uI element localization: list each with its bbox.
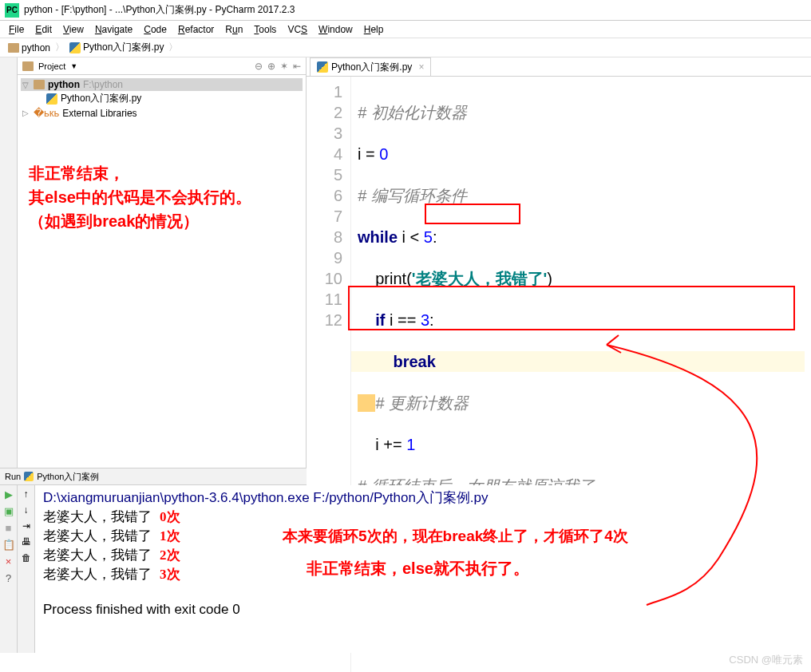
window-title: python - [F:\python] - ...\Python入门案例.py…: [24, 3, 295, 17]
chevron-right-icon: 〉: [55, 41, 65, 54]
menu-view[interactable]: View: [59, 22, 88, 37]
console-output[interactable]: D:\xiangmuruanjian\python-3.6.4\python.e…: [35, 485, 811, 653]
libraries-icon: �ькь: [34, 107, 59, 119]
console-command: D:\xiangmuruanjian\python-3.6.4\python.e…: [43, 488, 803, 508]
python-file-icon: [46, 93, 57, 105]
print-icon[interactable]: 🖶: [22, 536, 31, 547]
highlight-break: [425, 204, 520, 224]
project-tree: ▽ python F:\python Python入门案例.py ▷ �ькь …: [18, 75, 306, 123]
python-file-icon: [69, 42, 81, 53]
menu-help[interactable]: Help: [360, 22, 388, 37]
tab-file[interactable]: Python入门案例.py ×: [310, 57, 431, 76]
project-title: Project: [38, 61, 65, 71]
expand-icon[interactable]: ▽: [22, 81, 30, 89]
menu-navigate[interactable]: Navigate: [91, 22, 136, 37]
trash-icon[interactable]: 🗑: [22, 552, 31, 563]
down-icon[interactable]: ↓: [24, 504, 29, 516]
hide-icon[interactable]: ⇤: [293, 61, 301, 72]
run-tool-window: ▶ ▣ ■ 📋 × ? ↑ ↓ ⇥ 🖶 🗑 D:\xiangmuruanjian…: [0, 485, 811, 653]
stop-icon[interactable]: ■: [6, 522, 12, 534]
menu-refactor[interactable]: Refactor: [174, 22, 218, 37]
tree-file[interactable]: Python入门案例.py: [21, 91, 303, 106]
python-file-icon: [24, 472, 34, 481]
editor-tabs: Python入门案例.py ×: [307, 57, 811, 77]
menu-bar: File Edit View Navigate Code Refactor Ru…: [0, 21, 811, 38]
run-toolbar-2: ↑ ↓ ⇥ 🖶 🗑: [18, 485, 35, 653]
dump-icon[interactable]: 📋: [2, 539, 15, 551]
chevron-right-icon: 〉: [168, 41, 178, 54]
editor: Python入门案例.py × 123456789101112 # 初始化计数器…: [307, 57, 811, 468]
run-config-name: Python入门案例: [37, 471, 99, 483]
menu-code[interactable]: Code: [140, 22, 171, 37]
wrap-icon[interactable]: ⇥: [22, 520, 30, 532]
up-icon[interactable]: ↑: [24, 488, 29, 500]
breadcrumb: python 〉 Python入门案例.py 〉: [0, 38, 811, 57]
menu-window[interactable]: Window: [315, 22, 357, 37]
tree-external-libs[interactable]: ▷ �ькь External Libraries: [21, 106, 303, 120]
pycharm-icon: PC: [5, 3, 19, 18]
folder-icon: [8, 43, 19, 53]
tree-root[interactable]: ▽ python F:\python: [21, 78, 303, 91]
close-icon[interactable]: ×: [418, 61, 424, 73]
close-icon[interactable]: ×: [6, 555, 12, 567]
annotation-left: 非正常结束， 其else中的代码是不会执行的。 （如遇到break的情况）: [29, 161, 251, 233]
folder-icon: [34, 80, 45, 89]
menu-edit[interactable]: Edit: [31, 22, 56, 37]
run-toolbar-1: ▶ ▣ ■ 📋 × ?: [0, 485, 18, 653]
help-icon[interactable]: ?: [6, 572, 11, 584]
menu-vcs[interactable]: VCS: [283, 22, 311, 37]
folder-icon: [22, 61, 34, 71]
expand-icon[interactable]: ▷: [22, 109, 30, 117]
title-bar: PC python - [F:\python] - ...\Python入门案例…: [0, 0, 811, 21]
gear-icon[interactable]: ✶: [280, 61, 288, 72]
project-tool-window: Project ▼ ⊖ ⊕ ✶ ⇤ ▽ python F:\python Pyt…: [18, 57, 307, 468]
menu-tools[interactable]: Tools: [250, 22, 280, 37]
chevron-down-icon[interactable]: ▼: [70, 62, 77, 70]
run-icon[interactable]: ▣: [4, 505, 14, 517]
python-file-icon: [317, 61, 328, 73]
project-header: Project ▼ ⊖ ⊕ ✶ ⇤: [18, 57, 306, 75]
target-icon[interactable]: ⊕: [267, 61, 275, 72]
rerun-icon[interactable]: ▶: [5, 488, 13, 500]
menu-file[interactable]: File: [5, 22, 28, 37]
menu-run[interactable]: Run: [221, 22, 247, 37]
breadcrumb-file[interactable]: Python入门案例.py: [66, 41, 167, 54]
collapse-icon[interactable]: ⊖: [255, 61, 263, 72]
watermark: CSDN @唯元素: [729, 653, 803, 667]
console-exit: Process finished with exit code 0: [43, 600, 803, 619]
left-gutter: [0, 57, 18, 468]
breadcrumb-root[interactable]: python: [5, 42, 53, 53]
run-label: Run: [5, 472, 21, 481]
